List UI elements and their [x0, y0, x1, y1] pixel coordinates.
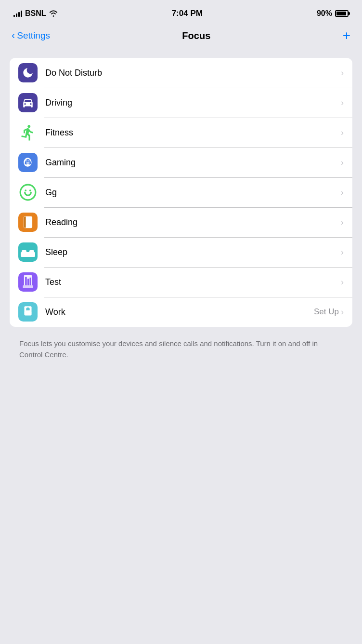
carrier-label: BSNL	[25, 9, 46, 18]
gg-action: ›	[341, 188, 344, 198]
main-content: Do Not Disturb › Driving ›	[0, 50, 362, 370]
sleep-action: ›	[341, 247, 344, 257]
driving-label: Driving	[45, 98, 341, 108]
svg-rect-8	[29, 250, 34, 254]
gaming-action: ›	[341, 158, 344, 168]
svg-point-2	[29, 189, 31, 191]
list-item-work[interactable]: Work Set Up ›	[10, 297, 352, 327]
list-item-driving[interactable]: Driving ›	[10, 88, 352, 118]
gg-icon	[18, 183, 38, 202]
list-item-test[interactable]: Test ›	[10, 267, 352, 297]
svg-rect-12	[30, 278, 32, 286]
work-label: Work	[45, 307, 314, 317]
nav-bar: ‹ Settings Focus +	[0, 24, 362, 50]
battery-fill	[336, 12, 346, 15]
fitness-icon	[18, 123, 38, 142]
sleep-label: Sleep	[45, 247, 341, 257]
chevron-right-icon: ›	[341, 188, 344, 198]
back-button[interactable]: ‹ Settings	[12, 30, 50, 42]
battery-percent-label: 90%	[317, 9, 332, 18]
reading-icon	[18, 213, 38, 232]
do-not-disturb-label: Do Not Disturb	[45, 68, 341, 78]
page-title: Focus	[182, 30, 210, 41]
chevron-right-icon: ›	[341, 217, 344, 228]
fitness-label: Fitness	[45, 128, 341, 138]
status-left: BSNL	[13, 9, 58, 18]
test-action: ›	[341, 277, 344, 287]
svg-rect-7	[22, 250, 26, 254]
list-item-do-not-disturb[interactable]: Do Not Disturb ›	[10, 58, 352, 88]
svg-point-1	[25, 189, 26, 191]
chevron-right-icon: ›	[341, 158, 344, 168]
svg-rect-10	[25, 277, 27, 286]
setup-label: Set Up	[314, 307, 339, 317]
test-label: Test	[45, 277, 341, 287]
list-item-gg[interactable]: Gg ›	[10, 177, 352, 207]
focus-description: Focus lets you customise your devices an…	[10, 336, 352, 370]
status-right: 90%	[317, 9, 349, 18]
status-time: 7:04 PM	[172, 9, 203, 18]
focus-list: Do Not Disturb › Driving ›	[10, 58, 352, 327]
reading-action: ›	[341, 217, 344, 228]
svg-rect-4	[24, 216, 26, 228]
svg-rect-11	[27, 279, 29, 286]
list-item-sleep[interactable]: Sleep ›	[10, 237, 352, 267]
do-not-disturb-icon	[18, 63, 38, 82]
svg-rect-13	[23, 285, 33, 288]
chevron-right-icon: ›	[341, 68, 344, 78]
back-chevron-icon: ‹	[12, 29, 15, 42]
add-focus-button[interactable]: +	[343, 29, 350, 42]
reading-label: Reading	[45, 217, 341, 228]
gaming-label: Gaming	[45, 158, 341, 168]
work-icon	[18, 302, 38, 322]
battery-icon	[335, 10, 349, 17]
fitness-action: ›	[341, 128, 344, 138]
driving-icon	[18, 93, 38, 112]
sleep-icon	[18, 242, 38, 262]
list-item-fitness[interactable]: Fitness ›	[10, 118, 352, 148]
svg-point-0	[20, 185, 36, 200]
back-label: Settings	[17, 30, 50, 41]
chevron-right-icon: ›	[341, 98, 344, 108]
gg-label: Gg	[45, 188, 341, 198]
chevron-right-icon: ›	[341, 128, 344, 138]
driving-action: ›	[341, 98, 344, 108]
chevron-right-icon: ›	[341, 307, 344, 317]
chevron-right-icon: ›	[341, 247, 344, 257]
do-not-disturb-action: ›	[341, 68, 344, 78]
gaming-icon	[18, 153, 38, 172]
status-bar: BSNL 7:04 PM 90%	[0, 0, 362, 24]
test-icon	[18, 272, 38, 292]
list-item-reading[interactable]: Reading ›	[10, 207, 352, 237]
signal-bars-icon	[13, 10, 22, 17]
work-action[interactable]: Set Up ›	[314, 307, 344, 317]
list-item-gaming[interactable]: Gaming ›	[10, 148, 352, 177]
wifi-icon	[49, 10, 58, 17]
chevron-right-icon: ›	[341, 277, 344, 287]
